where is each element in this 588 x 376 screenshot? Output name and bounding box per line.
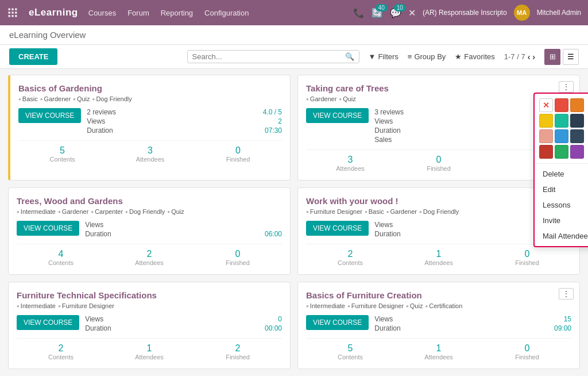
svg-rect-0 (9, 9, 10, 10)
color-blue[interactable] (555, 129, 568, 143)
favorites-button[interactable]: ★ Favorites (455, 52, 494, 61)
avatar[interactable]: MA (514, 5, 530, 21)
color-crimson[interactable] (539, 145, 553, 159)
list-view-button[interactable]: ☰ (563, 49, 579, 65)
color-purple[interactable] (570, 145, 584, 159)
view-course-button-0[interactable]: VIEW COURSE (18, 108, 81, 123)
phone-icon[interactable]: 📞 (353, 7, 365, 18)
reviews-label-0: 2 reviews (87, 108, 116, 116)
kanban-view-button[interactable]: ⊞ (544, 49, 560, 65)
card-tags-2: Intermediate Gardener Carpenter Dog Frie… (17, 208, 282, 215)
menu-item-mail[interactable]: Mail Attendees (535, 228, 588, 244)
card-actions-1: VIEW COURSE 3 reviews4.0 / 5 Views41 Dur… (306, 108, 571, 144)
color-green[interactable] (555, 145, 568, 159)
menu-forum[interactable]: Forum (127, 9, 149, 17)
card-tags-4: Intermediate Furniture Designer (17, 302, 282, 309)
star-icon: ★ (455, 52, 462, 61)
footer-contents-2: 4Contents (17, 249, 105, 266)
context-menu-items: Delete Edit Lessons Invite Mail Attendee… (535, 164, 588, 246)
search-input-wrap[interactable]: 🔍 (187, 50, 359, 63)
footer-attendees-2: 2Attendees (105, 249, 194, 266)
card-menu-button-1[interactable]: ⋮ (559, 81, 574, 93)
footer-attendees-0: 3Attendees (106, 145, 194, 163)
tag-basic: Basic (18, 95, 38, 102)
card-title-0[interactable]: Basics of Gardening (18, 83, 282, 93)
card-footer-5: 5Contents 1Attendees 0Finished (306, 338, 571, 360)
views-val-0: 2 (278, 117, 282, 125)
control-bar: CREATE 🔍 ▼ Filters ≡ Group By ★ Favorite… (0, 45, 588, 69)
footer-contents-5: 5Contents (306, 343, 394, 360)
menu-courses[interactable]: Courses (88, 9, 116, 17)
svg-rect-6 (9, 15, 10, 17)
context-menu: ✕ Delet (533, 93, 588, 247)
menu-item-edit[interactable]: Edit (535, 182, 588, 197)
card-actions-5: VIEW COURSE Views15 Duration09:00 (306, 315, 571, 332)
menu-item-lessons[interactable]: Lessons (535, 197, 588, 213)
view-course-button-4[interactable]: VIEW COURSE (17, 315, 79, 330)
menu-configuration[interactable]: Configuration (204, 9, 249, 17)
card-title-1[interactable]: Taking care of Trees (306, 83, 571, 93)
card-footer-1: 3Attendees 0Finished (306, 149, 571, 172)
user-region: (AR) Responsable Inscripto (423, 9, 507, 17)
svg-rect-7 (11, 15, 13, 17)
groupby-button[interactable]: ≡ Group By (408, 52, 446, 61)
view-course-button-2[interactable]: VIEW COURSE (17, 221, 79, 236)
pagination: 1-7 / 7 ‹ › (504, 52, 535, 62)
create-button[interactable]: CREATE (9, 48, 57, 65)
menu-item-invite[interactable]: Invite (535, 213, 588, 228)
tag-gardener: Gardener (40, 95, 71, 102)
settings-icon[interactable]: ✕ (408, 7, 416, 18)
activity-badge: 40 (376, 4, 388, 11)
chat-icon[interactable]: 💬 10 (390, 7, 401, 18)
svg-rect-1 (11, 9, 13, 10)
footer-contents-4: 2Contents (17, 343, 105, 360)
card-stats-0: 2 reviews4.0 / 5 Views2 Duration07:30 (87, 108, 282, 135)
breadcrumb: eLearning Overview (0, 25, 588, 45)
next-page-button[interactable]: › (532, 52, 535, 62)
view-toggles: ⊞ ☰ (544, 49, 579, 65)
color-teal[interactable] (555, 114, 568, 128)
color-none[interactable]: ✕ (539, 98, 553, 112)
color-dark2[interactable] (570, 129, 584, 143)
card-title-5[interactable]: Basics of Furniture Creation (306, 290, 571, 300)
color-dark1[interactable] (570, 114, 584, 128)
card-tags-5: Intermediate Furniture Designer Quiz Cer… (306, 302, 571, 309)
footer-finished-0: 0Finished (194, 145, 282, 163)
card-footer-3: 2Contents 1Attendees 0Finished (306, 244, 571, 266)
card-title-3[interactable]: Work with your wood ! (306, 196, 571, 206)
svg-rect-2 (15, 9, 17, 10)
prev-page-button[interactable]: ‹ (528, 52, 531, 62)
color-red[interactable] (555, 98, 568, 112)
tag-dogfriendly: Dog Friendly (92, 95, 132, 102)
card-tags-3: Furniture Designer Basic Gardener Dog Fr… (306, 208, 571, 215)
menu-item-delete[interactable]: Delete (535, 166, 588, 182)
color-orange[interactable] (570, 98, 584, 112)
view-course-button-5[interactable]: VIEW COURSE (306, 315, 369, 330)
chat-badge: 10 (394, 4, 406, 11)
search-input[interactable] (192, 52, 345, 61)
filters-button[interactable]: ▼ Filters (369, 52, 399, 61)
activity-icon[interactable]: 🔄 40 (372, 7, 383, 18)
groupby-icon: ≡ (408, 52, 412, 61)
tag-quiz-1: Quiz (339, 95, 355, 102)
color-salmon[interactable] (539, 129, 553, 143)
menu-reporting[interactable]: Reporting (161, 9, 193, 17)
card-menu-button-5[interactable]: ⋮ (559, 288, 574, 300)
footer-finished-1: 0Finished (394, 155, 483, 172)
view-course-button-1[interactable]: VIEW COURSE (306, 108, 369, 123)
card-actions-3: VIEW COURSE Views20 Duration15:00 (306, 221, 571, 238)
tag-gardener-1: Gardener (306, 95, 336, 102)
footer-attendees-4: 1Attendees (105, 343, 194, 360)
course-card-4: Furniture Technical Specifications Inter… (8, 282, 291, 369)
view-course-button-3[interactable]: VIEW COURSE (306, 221, 369, 236)
color-yellow[interactable] (539, 114, 553, 128)
card-title-4[interactable]: Furniture Technical Specifications (17, 290, 282, 300)
top-menu: Courses Forum Reporting Configuration (88, 9, 343, 17)
cards-grid: Basics of Gardening Basic Gardener Quiz … (8, 75, 580, 369)
card-title-2[interactable]: Trees, Wood and Gardens (17, 196, 282, 206)
duration-val-0: 07:30 (265, 126, 282, 135)
apps-menu-icon[interactable] (7, 7, 18, 18)
footer-finished-5: 0Finished (483, 343, 571, 360)
card-footer-0: 5Contents 3Attendees 0Finished (18, 140, 282, 163)
course-card-0: Basics of Gardening Basic Gardener Quiz … (8, 75, 291, 181)
